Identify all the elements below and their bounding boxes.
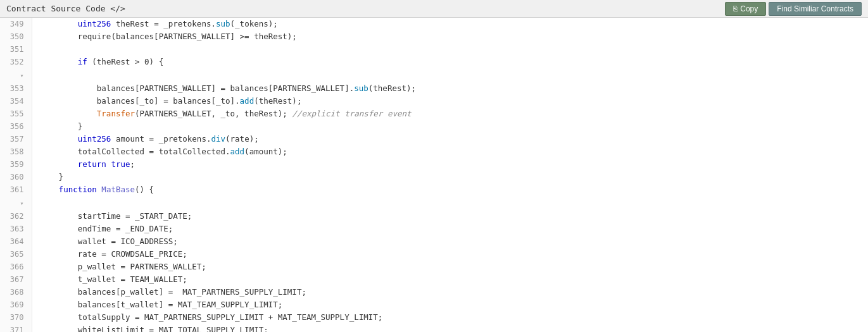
line-content: return true; xyxy=(32,158,868,171)
table-row: 364 wallet = ICO_ADDRESS; xyxy=(0,235,868,248)
table-row: 359 return true; xyxy=(0,158,868,171)
copy-label: Copy xyxy=(740,4,758,13)
table-row: 368 balances[p_wallet] = MAT_PARTNERS_SU… xyxy=(0,286,868,298)
line-number: 368 xyxy=(0,286,32,298)
table-row: 360 } xyxy=(0,171,868,183)
line-number: 351 xyxy=(0,43,32,56)
line-number: 350 xyxy=(0,30,32,43)
line-number: 353 xyxy=(0,82,32,95)
line-number: 366 xyxy=(0,261,32,273)
line-number: 355 xyxy=(0,108,32,120)
table-row: 365 rate = CROWDSALE_PRICE; xyxy=(0,248,868,261)
table-row: 366 p_wallet = PARTNERS_WALLET; xyxy=(0,261,868,273)
table-row: 370 totalSupply = MAT_PARTNERS_SUPPLY_LI… xyxy=(0,311,868,324)
line-number: 371 xyxy=(0,324,32,332)
copy-icon: ⎘ xyxy=(733,4,738,13)
line-content: totalCollected = totalCollected.add(amou… xyxy=(32,145,868,158)
table-row: 356 } xyxy=(0,120,868,133)
line-content: p_wallet = PARTNERS_WALLET; xyxy=(32,261,868,273)
line-content: balances[PARTNERS_WALLET] = balances[PAR… xyxy=(32,82,868,95)
line-content: require(balances[PARTNERS_WALLET] >= the… xyxy=(32,30,868,43)
header: Contract Source Code </> ⎘ Copy Find Sim… xyxy=(0,0,868,18)
find-similar-label: Find Similiar Contracts xyxy=(777,4,853,13)
line-content: uint256 theRest = _pretokens.sub(_tokens… xyxy=(32,18,868,30)
line-content: rate = CROWDSALE_PRICE; xyxy=(32,248,868,261)
table-row: 350 require(balances[PARTNERS_WALLET] >=… xyxy=(0,30,868,43)
line-number: 359 xyxy=(0,158,32,171)
line-number: 358 xyxy=(0,145,32,158)
line-content: } xyxy=(32,171,868,183)
line-number: 365 xyxy=(0,248,32,261)
line-number[interactable]: 352 xyxy=(0,56,32,82)
code-table: 349 uint256 theRest = _pretokens.sub(_to… xyxy=(0,18,868,332)
line-number: 356 xyxy=(0,120,32,133)
table-row: 367 t_wallet = TEAM_WALLET; xyxy=(0,273,868,286)
line-number: 369 xyxy=(0,298,32,311)
table-row: 362 startTime = _START_DATE; xyxy=(0,210,868,223)
table-row: 351 xyxy=(0,43,868,56)
line-number: 362 xyxy=(0,210,32,223)
table-row: 358 totalCollected = totalCollected.add(… xyxy=(0,145,868,158)
line-content xyxy=(32,43,868,56)
line-content: balances[_to] = balances[_to].add(theRes… xyxy=(32,95,868,108)
table-row: 352 if (theRest > 0) { xyxy=(0,56,868,82)
table-row: 357 uint256 amount = _pretokens.div(rate… xyxy=(0,133,868,145)
table-row: 371 whiteListLimit = MAT_TOTAL_SUPPLY_LI… xyxy=(0,324,868,332)
line-content: balances[t_wallet] = MAT_TEAM_SUPPLY_LIM… xyxy=(32,298,868,311)
table-row: 353 balances[PARTNERS_WALLET] = balances… xyxy=(0,82,868,95)
copy-button[interactable]: ⎘ Copy xyxy=(725,2,766,16)
code-container: 349 uint256 theRest = _pretokens.sub(_to… xyxy=(0,18,868,332)
line-number[interactable]: 361 xyxy=(0,183,32,210)
line-content: function MatBase() { xyxy=(32,183,868,210)
page-title: Contract Source Code </> xyxy=(6,4,125,13)
line-content: Transfer(PARTNERS_WALLET, _to, theRest);… xyxy=(32,108,868,120)
line-content: totalSupply = MAT_PARTNERS_SUPPLY_LIMIT … xyxy=(32,311,868,324)
table-row: 361 function MatBase() { xyxy=(0,183,868,210)
line-number: 364 xyxy=(0,235,32,248)
line-content: uint256 amount = _pretokens.div(rate); xyxy=(32,133,868,145)
table-row: 355 Transfer(PARTNERS_WALLET, _to, theRe… xyxy=(0,108,868,120)
header-buttons: ⎘ Copy Find Similiar Contracts xyxy=(725,2,862,16)
line-content: whiteListLimit = MAT_TOTAL_SUPPLY_LIMIT; xyxy=(32,324,868,332)
line-number: 354 xyxy=(0,95,32,108)
line-content: endTime = _END_DATE; xyxy=(32,223,868,235)
line-number: 370 xyxy=(0,311,32,324)
line-number: 357 xyxy=(0,133,32,145)
table-row: 354 balances[_to] = balances[_to].add(th… xyxy=(0,95,868,108)
line-number: 360 xyxy=(0,171,32,183)
line-content: } xyxy=(32,120,868,133)
line-content: startTime = _START_DATE; xyxy=(32,210,868,223)
line-number: 363 xyxy=(0,223,32,235)
line-content: balances[p_wallet] = MAT_PARTNERS_SUPPLY… xyxy=(32,286,868,298)
table-row: 349 uint256 theRest = _pretokens.sub(_to… xyxy=(0,18,868,30)
line-content: wallet = ICO_ADDRESS; xyxy=(32,235,868,248)
find-similar-button[interactable]: Find Similiar Contracts xyxy=(769,2,862,16)
line-content: if (theRest > 0) { xyxy=(32,56,868,82)
table-row: 369 balances[t_wallet] = MAT_TEAM_SUPPLY… xyxy=(0,298,868,311)
line-number: 367 xyxy=(0,273,32,286)
table-row: 363 endTime = _END_DATE; xyxy=(0,223,868,235)
line-content: t_wallet = TEAM_WALLET; xyxy=(32,273,868,286)
line-number: 349 xyxy=(0,18,32,30)
